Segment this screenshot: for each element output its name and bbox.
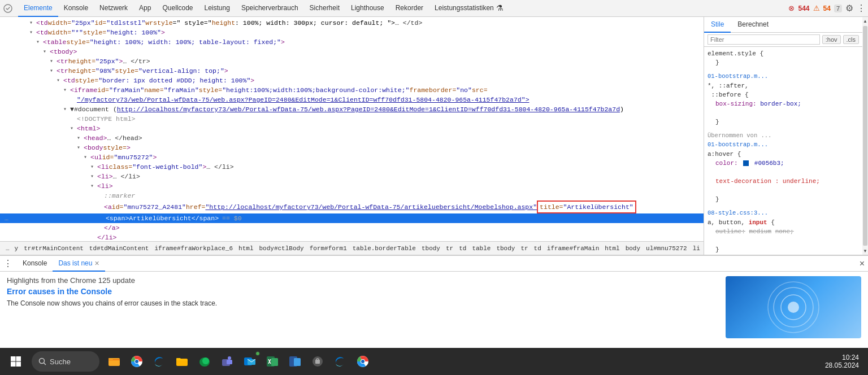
breadcrumb-item[interactable]: tbody [419, 244, 443, 253]
breadcrumb-item[interactable]: table [469, 244, 493, 253]
html-line[interactable]: <html> [0, 124, 704, 133]
expand-triangle[interactable] [43, 47, 50, 56]
expand-triangle[interactable] [29, 18, 36, 28]
taskbar-edge3[interactable] [330, 351, 350, 372]
tab-app[interactable]: App [133, 0, 157, 17]
breadcrumb-item[interactable]: iframe#fraWorkplace_6 [151, 244, 236, 253]
html-line[interactable]: <table style="height: 100%; width: 100%;… [0, 37, 704, 47]
tab-quellcode[interactable]: Quellcode [157, 0, 198, 17]
breadcrumb-item[interactable]: y [12, 244, 21, 253]
html-line[interactable]: <li> … </li> [0, 172, 704, 181]
breadcrumb-item[interactable]: table.borderTable [350, 244, 419, 253]
tab-netzwerk[interactable]: Netzwerk [94, 0, 133, 17]
tab-leistung[interactable]: Leistung [199, 0, 236, 17]
filter-hov-button[interactable]: :hov [822, 35, 841, 44]
scroll-up-arrow[interactable]: ▲ [862, 17, 868, 25]
taskbar-chrome2[interactable] [353, 351, 373, 372]
html-line[interactable]: </li> [0, 233, 704, 241]
taskbar-edge2[interactable] [194, 351, 215, 372]
tab-sicherheit[interactable]: Sicherheit [304, 0, 345, 17]
elements-content[interactable]: <td width="25px" id="tdlststl" wrstyle="… [0, 17, 704, 241]
taskbar-search[interactable]: Suche [32, 351, 99, 372]
breadcrumb-item[interactable]: li [690, 244, 703, 253]
expand-triangle[interactable] [90, 162, 97, 172]
expand-triangle[interactable] [36, 37, 43, 47]
breadcrumb-item[interactable]: td#tdMainContent [86, 244, 152, 253]
breadcrumb-item[interactable]: form#form1 [307, 244, 350, 253]
more-options-icon[interactable]: ⋮ [857, 3, 866, 14]
styles-filter-input[interactable] [708, 34, 820, 45]
breadcrumb-item[interactable]: iframe#fraMain [544, 244, 602, 253]
expand-triangle[interactable] [50, 66, 57, 76]
tab-konsole[interactable]: Konsole [58, 0, 94, 17]
taskbar-outlook[interactable] [240, 351, 260, 372]
html-line-selected[interactable]: … <span>Artikelübersicht</span> == $0 [0, 213, 704, 223]
expand-triangle[interactable] [90, 181, 97, 191]
breadcrumb-item[interactable]: a#mnu75272_A2481 [703, 244, 704, 253]
html-line[interactable]: <tr height="25px" > … </tr> [0, 56, 704, 66]
close-panel-button[interactable]: × [860, 259, 865, 269]
html-line[interactable]: <td style="border: 1px dotted #DDD; heig… [0, 76, 704, 85]
taskbar-security[interactable] [307, 351, 328, 372]
html-line[interactable]: <body style= > [0, 143, 704, 152]
html-line[interactable]: </a> [0, 223, 704, 233]
html-line[interactable]: <td width="25px" id="tdlststl" wrstyle="… [0, 18, 704, 28]
taskbar-file-explorer[interactable] [104, 351, 124, 372]
tab-elemente[interactable]: Elemente [18, 0, 58, 17]
expand-triangle[interactable] [84, 152, 90, 162]
expand-triangle[interactable] [50, 56, 57, 66]
tab-konsole-bottom[interactable]: Konsole [17, 256, 53, 272]
html-line[interactable]: <head> … </head> [0, 133, 704, 143]
html-line[interactable]: <td width="*" style="height: 100%" > [0, 28, 704, 37]
scroll-down-arrow[interactable]: ▼ [862, 247, 868, 255]
expand-triangle[interactable] [57, 76, 63, 85]
expand-triangle[interactable] [29, 28, 36, 37]
gear-icon[interactable]: ⚙ [845, 3, 853, 14]
html-line[interactable]: <a id="mnu75272_A2481" href="http://loca… [0, 200, 704, 213]
tab-leistungsstatistiken[interactable]: Leistungsstatistiken⚗ [429, 0, 509, 17]
tab-rekorder[interactable]: Rekorder [390, 0, 429, 17]
tab-speicherverbrauch[interactable]: Speicherverbrauch [236, 0, 304, 17]
expand-triangle[interactable] [63, 85, 70, 95]
html-line[interactable]: <ul id="mnu75272" > [0, 152, 704, 162]
expand-triangle[interactable] [77, 143, 84, 152]
taskbar-folder[interactable] [172, 351, 192, 372]
breadcrumb-scroll-left[interactable]: … [3, 245, 12, 252]
expand-triangle[interactable] [70, 124, 77, 133]
tab-das-ist-neu[interactable]: Das ist neu × [53, 256, 105, 272]
html-line[interactable]: <tr height="98%" style="vertical-align: … [0, 66, 704, 76]
tab-lighthouse[interactable]: Lighthouse [345, 0, 390, 17]
bottom-panel-three-dots[interactable]: ⋮ [3, 258, 12, 269]
tab-stile[interactable]: Stile [704, 17, 731, 33]
taskbar-clock[interactable]: 10:24 28.05.2024 [821, 354, 863, 369]
taskbar-edge[interactable] [149, 351, 170, 372]
breadcrumb-item[interactable]: td [531, 244, 544, 253]
html-line[interactable]: <iframe id="fraMain" name="fraMain" styl… [0, 85, 704, 95]
expand-triangle[interactable] [63, 104, 70, 114]
html-line[interactable]: <!DOCTYPE html> [0, 114, 704, 124]
taskbar-teams[interactable] [217, 351, 237, 372]
breadcrumb-item[interactable]: tbody [493, 244, 518, 253]
breadcrumb-item[interactable]: html [236, 244, 256, 253]
styles-scrollbar[interactable]: ▲ ▼ [862, 17, 868, 255]
html-line[interactable]: <li class="font-weight-bold" > … </li> [0, 162, 704, 172]
styles-content[interactable]: element.style { } 01-bootstrap.m... *, :… [704, 47, 862, 255]
html-line[interactable]: "/myfactory73/web/Portal-wfData-75/web.a… [0, 95, 704, 104]
breadcrumb-item[interactable]: tr [518, 244, 531, 253]
expand-triangle[interactable] [77, 133, 84, 143]
windows-start-button[interactable] [5, 350, 27, 373]
taskbar-excel[interactable] [262, 351, 283, 372]
taskbar-chrome[interactable] [127, 351, 147, 372]
expand-triangle[interactable] [90, 172, 97, 181]
breadcrumb-item[interactable]: body#ctlBody [257, 244, 307, 253]
breadcrumb-item[interactable]: html [602, 244, 622, 253]
filter-cls-button[interactable]: .cls [843, 35, 860, 44]
breadcrumb-item[interactable]: tr#trMainContent [21, 244, 86, 253]
tab-close-button[interactable]: × [94, 259, 99, 268]
breadcrumb-item[interactable]: body [623, 244, 643, 253]
breadcrumb-item[interactable]: ul#mnu75272 [643, 244, 690, 253]
taskbar-word[interactable] [285, 351, 305, 372]
breadcrumb-item[interactable]: td [456, 244, 469, 253]
html-line[interactable]: ::marker [0, 191, 704, 200]
html-line[interactable]: ▼#document (http://localhost/myfactory73… [0, 104, 704, 114]
